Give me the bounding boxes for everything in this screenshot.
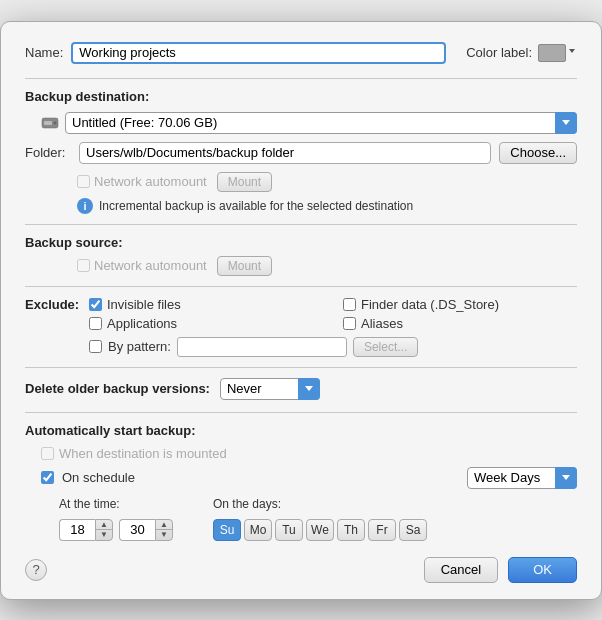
- aliases-checkbox[interactable]: [343, 317, 356, 330]
- minute-input[interactable]: [119, 519, 155, 541]
- divider-3: [25, 286, 577, 287]
- applications-row: Applications: [89, 316, 323, 331]
- on-schedule-label: On schedule: [62, 470, 135, 485]
- delete-older-label: Delete older backup versions:: [25, 381, 210, 396]
- on-schedule-checkbox[interactable]: [41, 471, 54, 484]
- hour-arrows: ▲ ▼: [95, 519, 113, 541]
- invisible-files-label: Invisible files: [107, 297, 181, 312]
- aliases-row: Aliases: [343, 316, 577, 331]
- info-text: Incremental backup is available for the …: [99, 199, 413, 213]
- name-label: Name:: [25, 45, 63, 60]
- on-days-label: On the days:: [213, 497, 427, 511]
- backup-source-section: Backup source: Network automount Mount: [25, 235, 577, 276]
- footer-buttons: Cancel OK: [424, 557, 577, 583]
- svg-rect-2: [44, 121, 52, 125]
- weekdays-select[interactable]: Week Days: [467, 467, 577, 489]
- invisible-files-checkbox[interactable]: [89, 298, 102, 311]
- when-dest-row: When destination is mounted: [41, 446, 577, 461]
- by-pattern-label: By pattern:: [108, 339, 171, 354]
- exclude-section: Exclude: Invisible files Finder data (.D…: [25, 297, 577, 357]
- finder-data-row: Finder data (.DS_Store): [343, 297, 577, 312]
- hard-drive-icon: [41, 114, 59, 132]
- day-btn-we[interactable]: We: [306, 519, 334, 541]
- info-row: i Incremental backup is available for th…: [77, 198, 577, 214]
- at-time-label: At the time:: [59, 497, 173, 511]
- name-input[interactable]: [71, 42, 446, 64]
- mount-button-2[interactable]: Mount: [217, 256, 272, 276]
- network-automount-wrapper-2: Network automount: [77, 258, 207, 273]
- dest-select[interactable]: Untitled (Free: 70.06 GB): [65, 112, 577, 134]
- day-btn-fr[interactable]: Fr: [368, 519, 396, 541]
- divider-1: [25, 78, 577, 79]
- never-select[interactable]: Never: [220, 378, 320, 400]
- finder-data-label: Finder data (.DS_Store): [361, 297, 499, 312]
- pattern-input[interactable]: [177, 337, 347, 357]
- color-dropdown-button[interactable]: [567, 45, 577, 60]
- finder-data-checkbox[interactable]: [343, 298, 356, 311]
- hour-stepper: ▲ ▼: [59, 519, 113, 541]
- applications-label: Applications: [107, 316, 177, 331]
- day-btn-tu[interactable]: Tu: [275, 519, 303, 541]
- divider-4: [25, 367, 577, 368]
- backup-dialog: Name: Color label: Backup destination:: [0, 21, 602, 600]
- divider-5: [25, 412, 577, 413]
- time-days-row: At the time: ▲ ▼ ▲: [59, 497, 577, 541]
- chevron-down-icon: [567, 45, 577, 57]
- time-input-row: ▲ ▼ ▲ ▼: [59, 519, 173, 541]
- hour-up-button[interactable]: ▲: [96, 520, 112, 531]
- day-btn-sa[interactable]: Sa: [399, 519, 427, 541]
- network-automount-checkbox-2[interactable]: [77, 259, 90, 272]
- minute-stepper: ▲ ▼: [119, 519, 173, 541]
- backup-dest-label: Backup destination:: [25, 89, 577, 104]
- footer-row: ? Cancel OK: [25, 557, 577, 583]
- never-select-wrapper: Never: [220, 378, 320, 400]
- when-dest-label: When destination is mounted: [59, 446, 227, 461]
- day-btn-mo[interactable]: Mo: [244, 519, 272, 541]
- backup-source-label: Backup source:: [25, 235, 577, 250]
- mount-button-1[interactable]: Mount: [217, 172, 272, 192]
- folder-input[interactable]: [79, 142, 491, 164]
- svg-point-3: [54, 121, 57, 124]
- delete-older-row: Delete older backup versions: Never: [25, 378, 577, 400]
- color-label: Color label:: [466, 45, 532, 60]
- ok-button[interactable]: OK: [508, 557, 577, 583]
- weekdays-select-wrapper: Week Days: [467, 467, 577, 489]
- applications-checkbox[interactable]: [89, 317, 102, 330]
- network-automount-checkbox-1[interactable]: [77, 175, 90, 188]
- hour-input[interactable]: [59, 519, 95, 541]
- days-section: On the days: Su Mo Tu We Th Fr Sa: [213, 497, 427, 541]
- days-row: Su Mo Tu We Th Fr Sa: [213, 519, 427, 541]
- day-btn-th[interactable]: Th: [337, 519, 365, 541]
- auto-backup-label: Automatically start backup:: [25, 423, 577, 438]
- auto-backup-section: Automatically start backup: When destina…: [25, 423, 577, 541]
- invisible-files-row: Invisible files: [89, 297, 323, 312]
- aliases-label: Aliases: [361, 316, 403, 331]
- backup-dest-section: Backup destination: Untitled (Free: 70.0…: [25, 89, 577, 214]
- hour-down-button[interactable]: ▼: [96, 530, 112, 540]
- pattern-row: By pattern: Select...: [89, 337, 577, 357]
- by-pattern-checkbox[interactable]: [89, 340, 102, 353]
- network-automount-wrapper-1: Network automount: [77, 174, 207, 189]
- dest-select-wrapper: Untitled (Free: 70.06 GB): [65, 112, 577, 134]
- network-automount-label-2: Network automount: [94, 258, 207, 273]
- folder-label: Folder:: [25, 145, 71, 160]
- svg-marker-0: [569, 49, 575, 53]
- minute-down-button[interactable]: ▼: [156, 530, 172, 540]
- help-button[interactable]: ?: [25, 559, 47, 581]
- day-btn-su[interactable]: Su: [213, 519, 241, 541]
- when-dest-checkbox[interactable]: [41, 447, 54, 460]
- minute-arrows: ▲ ▼: [155, 519, 173, 541]
- divider-2: [25, 224, 577, 225]
- time-section: At the time: ▲ ▼ ▲: [59, 497, 173, 541]
- network-automount-label-1: Network automount: [94, 174, 207, 189]
- on-schedule-row: On schedule Week Days: [41, 467, 577, 489]
- choose-button[interactable]: Choose...: [499, 142, 577, 164]
- select-pattern-button[interactable]: Select...: [353, 337, 418, 357]
- info-icon: i: [77, 198, 93, 214]
- cancel-button[interactable]: Cancel: [424, 557, 498, 583]
- minute-up-button[interactable]: ▲: [156, 520, 172, 531]
- exclude-label: Exclude:: [25, 297, 81, 312]
- color-swatch: [538, 44, 566, 62]
